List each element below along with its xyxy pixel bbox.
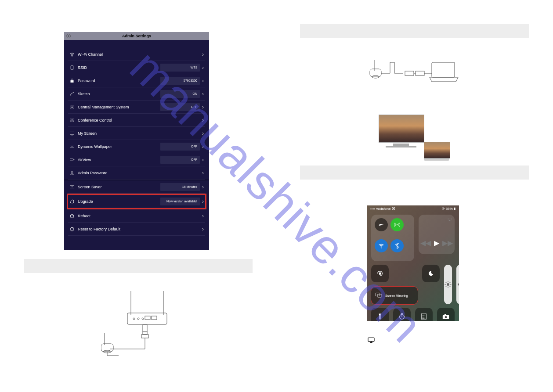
chevron-right-icon: › [201,144,205,150]
svg-point-17 [72,174,72,175]
svg-point-69 [423,318,423,319]
setting-row-adminpw[interactable]: Admin Password› [68,166,205,180]
setting-label: Reset to Factory Default [76,227,201,231]
svg-point-4 [72,68,72,69]
admin-titlebar: Admin Settings [64,32,209,40]
ios-control-center: •••• vodafone ︎⌘ ⟳ 85% ▮ [367,205,459,321]
svg-rect-28 [145,316,150,320]
camera-button[interactable] [437,308,455,321]
conf-icon [68,118,76,123]
setting-row-saver[interactable]: Screen Saver15 Minutes› [68,180,205,194]
carrier-label: vodafone [376,207,390,211]
setting-label: My Screen [76,131,201,136]
chevron-right-icon: › [201,117,205,123]
media-tile[interactable]: ◀◀ ▶ ▶▶ [419,215,455,254]
setting-label: Password [76,79,160,83]
sketch-icon [68,91,76,97]
svg-point-11 [73,121,74,122]
svg-point-0 [68,36,69,37]
screen-icon [68,131,76,136]
rotation-lock-toggle[interactable] [371,265,389,282]
dnd-toggle[interactable] [422,265,440,282]
chevron-right-icon: › [201,130,205,137]
svg-line-55 [446,282,447,283]
svg-line-58 [450,282,451,283]
setting-label: Wi-Fi Channel [76,52,201,57]
wifi-icon [68,52,76,57]
chevron-right-icon: › [201,184,205,190]
wifi-status-icon: ︎⌘ [392,207,395,211]
airview-icon [68,157,76,162]
svg-point-66 [423,317,423,318]
reboot-icon [68,213,76,219]
setting-value: OFF [160,156,200,164]
wifi-toggle[interactable] [375,239,388,252]
svg-point-45 [381,248,382,248]
play-icon[interactable]: ▶ [434,239,439,247]
svg-rect-48 [376,293,380,296]
setting-row-ssid[interactable]: SSIDWB1› [68,61,205,74]
setting-row-wifi[interactable]: Wi-Fi Channel› [68,48,205,61]
setting-label: Screen Saver [76,185,160,189]
gear-icon [66,33,71,39]
connectivity-tile[interactable] [371,215,414,261]
prev-icon[interactable]: ◀◀ [420,239,431,247]
svg-point-68 [425,317,426,318]
setting-value: WB1 [160,64,200,72]
setting-value: OFF [160,143,200,151]
signal-icon: •••• [370,207,375,211]
brightness-slider[interactable] [444,265,452,304]
screen-mirroring-button[interactable]: Screen Mirroring [371,287,418,304]
chevron-right-icon: › [201,65,205,71]
airplane-toggle[interactable] [375,218,388,231]
setting-row-sketch[interactable]: SketchON› [68,87,205,101]
svg-rect-75 [368,338,374,341]
chevron-right-icon: › [201,91,205,97]
svg-rect-42 [432,62,455,77]
svg-rect-32 [141,334,148,338]
setting-row-conf[interactable]: Conference Control› [68,114,205,127]
svg-rect-9 [72,119,74,120]
setting-label: Dynamic Wallpaper [76,144,160,149]
svg-rect-73 [445,314,446,315]
setting-row-screen[interactable]: My Screen› [68,127,205,140]
svg-rect-46 [448,218,452,220]
volume-slider[interactable] [456,265,459,304]
setting-value: ON [160,90,200,98]
svg-point-67 [423,317,424,318]
setting-value: 57953350 [160,77,200,85]
upgrade-icon [68,199,76,204]
bluetooth-toggle[interactable] [390,239,404,252]
chevron-right-icon: › [201,213,205,219]
svg-line-56 [450,286,451,287]
setting-label: Sketch [76,92,160,96]
setting-row-reset[interactable]: Reset to Factory Default› [68,223,205,236]
setting-row-reboot[interactable]: Reboot› [68,209,205,223]
setting-label: AirView [76,158,160,162]
reset-icon [68,227,76,232]
next-icon[interactable]: ▶▶ [442,239,453,247]
calculator-button[interactable] [415,308,433,321]
svg-line-57 [446,286,447,287]
setting-row-cms[interactable]: Central Management SystemOFF› [68,101,205,114]
chevron-right-icon: › [201,51,205,58]
battery-icon: ▮ [454,207,455,211]
chevron-right-icon: › [201,157,205,163]
svg-point-50 [447,283,449,286]
setting-row-wallpaper[interactable]: Dynamic WallpaperOFF› [68,140,205,153]
airplay-glyph-icon [367,337,375,343]
svg-point-16 [71,171,73,173]
setting-row-airview[interactable]: AirViewOFF› [68,153,205,166]
setting-row-upgrade[interactable]: UpgradeNew version available!› [68,195,205,208]
setting-row-lock[interactable]: Password57953350› [68,74,205,87]
settings-list: Wi-Fi Channel›SSIDWB1›Password57953350›S… [64,40,209,236]
lock-icon [68,78,76,83]
admin-settings-panel: Admin Settings Wi-Fi Channel›SSIDWB1›Pas… [64,32,209,250]
cellular-toggle[interactable] [390,218,404,231]
svg-rect-5 [71,80,74,83]
section-bar-1 [24,259,253,273]
cms-icon [68,104,76,110]
flashlight-button[interactable] [371,308,389,321]
setting-value: 15 Minutes [160,183,200,191]
timer-button[interactable] [393,308,411,321]
